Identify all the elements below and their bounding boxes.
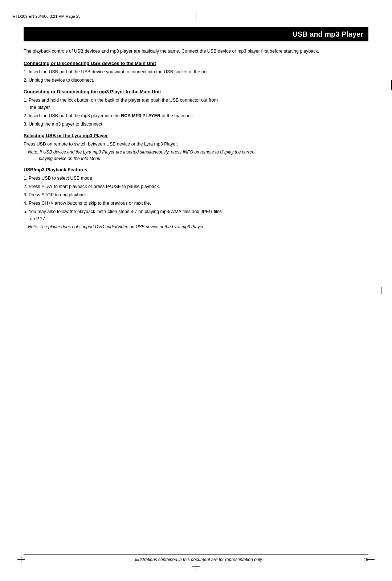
selecting-intro: Press USB on remote to switch between US… — [24, 140, 368, 148]
section-playback-content: 1. Press USB to select USB mode. 2. Pres… — [24, 175, 368, 230]
section-mp3-heading: Connecting or Disconnecting the mp3 Play… — [24, 89, 368, 94]
usb-bold: USB — [36, 142, 46, 147]
section-selecting-heading: Selecting USB or the Lyra mp3 Player — [24, 133, 368, 138]
playback-step-5: 5. You may also follow the playback inst… — [24, 208, 368, 222]
footer-text: Illustrations contained in this document… — [34, 557, 364, 562]
page-title: USB and mp3 Player — [292, 30, 363, 38]
section-selecting-content: Press USB on remote to switch between US… — [24, 140, 368, 162]
page-title-bar: USB and mp3 Player — [24, 27, 368, 41]
playback-note: Note: The player does not support DVD au… — [28, 224, 368, 230]
mp3-step-3: 3. Unplug the mp3 player to disconnect. — [24, 120, 368, 128]
content-area: USB and mp3 Player The playback controls… — [24, 27, 368, 554]
section-usb-heading: Connecting or Disconnecting USB devices … — [24, 61, 368, 66]
section-usb-playback: USB/mp3 Playback Features 1. Press USB t… — [24, 167, 368, 230]
playback-step-1: 1. Press USB to select USB mode. — [24, 175, 368, 182]
header-text: RTD209 EN 26/4/06 3:21 PM Page 23 — [11, 14, 81, 19]
section-playback-heading: USB/mp3 Playback Features — [24, 167, 368, 172]
footer: Illustrations contained in this document… — [24, 555, 368, 562]
section-usb-connecting: Connecting or Disconnecting USB devices … — [24, 61, 368, 84]
playback-step-4: 4. Press CH+/- arrow buttons to skip to … — [24, 200, 368, 207]
mp3-step-2: 2. Insert the USB port of the mp3 player… — [24, 112, 368, 119]
rca-mp3-player-label: RCA MP3 PLAYER — [121, 113, 160, 118]
usb-step-1: 1. Insert the USB port of the USB device… — [24, 68, 368, 75]
section-usb-content: 1. Insert the USB port of the USB device… — [24, 68, 368, 84]
section-mp3-connecting: Connecting or Disconnecting the mp3 Play… — [24, 89, 368, 128]
section-selecting-usb: Selecting USB or the Lyra mp3 Player Pre… — [24, 133, 368, 162]
mp3-step-1: 1. Press and hold the lock button on the… — [24, 97, 368, 111]
section-mp3-content: 1. Press and hold the lock button on the… — [24, 97, 368, 128]
playback-step-2: 2. Press PLAY to start playback or press… — [24, 183, 368, 190]
selecting-note: Note: If USB device and the Lyra mp3 Pla… — [28, 149, 368, 162]
intro-text: The playback controls of USB devices and… — [24, 48, 368, 55]
playback-step-3: 3. Press STOP to end playback. — [24, 191, 368, 199]
footer-page-number: 19 — [364, 557, 368, 562]
usb-step-2: 2. Unplug the device to disconnect. — [24, 77, 368, 84]
